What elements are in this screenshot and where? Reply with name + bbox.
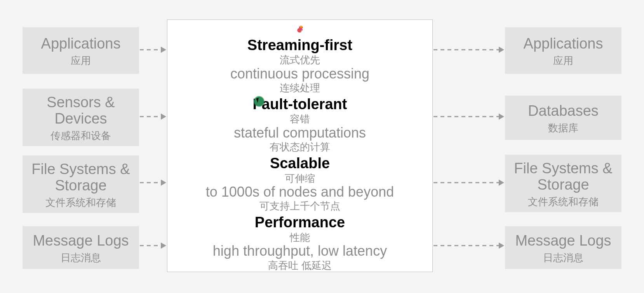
arrow-in-2 [140,180,166,186]
arrow-in-1 [140,113,166,120]
svg-marker-7 [161,180,166,186]
svg-marker-9 [161,242,166,249]
flink-architecture-diagram: Applications应用Sensors & Devices传感器和设备Fil… [0,0,644,293]
arrow-in-3 [140,242,166,249]
svg-marker-3 [161,47,166,53]
svg-marker-17 [499,242,504,249]
arrow-out-3 [433,242,504,249]
cursor-highlight-icon [253,96,265,107]
svg-marker-15 [499,180,504,186]
svg-marker-11 [499,47,504,53]
svg-marker-5 [161,113,166,120]
connector-arrows [0,0,644,293]
arrow-out-1 [433,113,504,120]
svg-marker-13 [499,113,504,120]
arrow-out-0 [433,47,504,53]
arrow-in-0 [140,47,166,53]
arrow-out-2 [433,180,504,186]
